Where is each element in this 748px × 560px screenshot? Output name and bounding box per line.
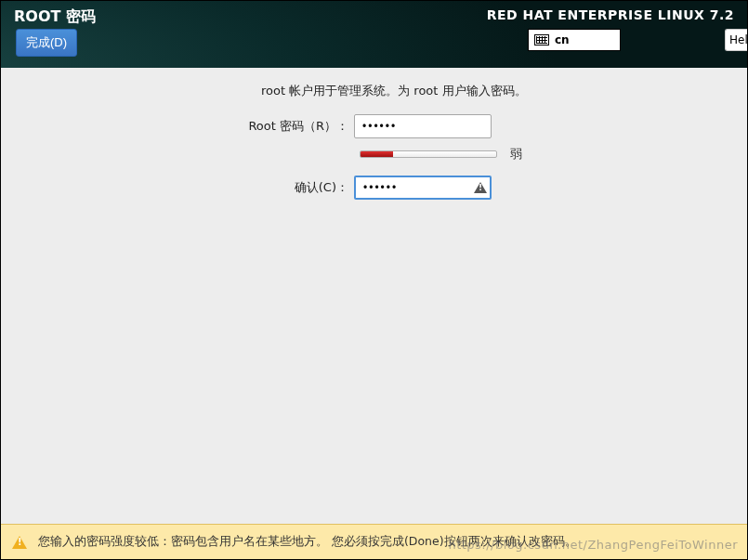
- alert-icon: [12, 536, 27, 549]
- confirm-password-input[interactable]: [354, 176, 492, 200]
- instruction-text: root 帐户用于管理系统。为 root 用户输入密码。: [261, 83, 747, 99]
- help-button[interactable]: Hel: [725, 29, 747, 51]
- password-strength-label: 弱: [510, 146, 522, 163]
- confirm-password-label: 确认(C)：: [1, 179, 354, 196]
- keyboard-icon: [534, 34, 549, 46]
- done-button[interactable]: 完成(D): [16, 29, 77, 57]
- password-strength-meter: [360, 150, 497, 158]
- root-password-input[interactable]: [354, 114, 492, 138]
- warning-icon: [474, 182, 487, 193]
- header-bar: ROOT 密码 完成(D) RED HAT ENTERPRISE LINUX 7…: [1, 1, 747, 68]
- keyboard-layout-selector[interactable]: cn: [528, 29, 621, 51]
- keyboard-layout-label: cn: [555, 33, 570, 46]
- content-area: root 帐户用于管理系统。为 root 用户输入密码。 Root 密码（R）：…: [1, 68, 747, 526]
- page-title: ROOT 密码: [14, 7, 96, 27]
- warning-message: 您输入的密码强度较低：密码包含用户名在某些地方。 您必须按完成(Done)按钮两…: [38, 534, 577, 550]
- warning-footer: 您输入的密码强度较低：密码包含用户名在某些地方。 您必须按完成(Done)按钮两…: [1, 524, 747, 559]
- root-password-label: Root 密码（R）：: [1, 118, 354, 135]
- password-strength-fill: [361, 151, 393, 157]
- distro-label: RED HAT ENTERPRISE LINUX 7.2: [487, 7, 734, 22]
